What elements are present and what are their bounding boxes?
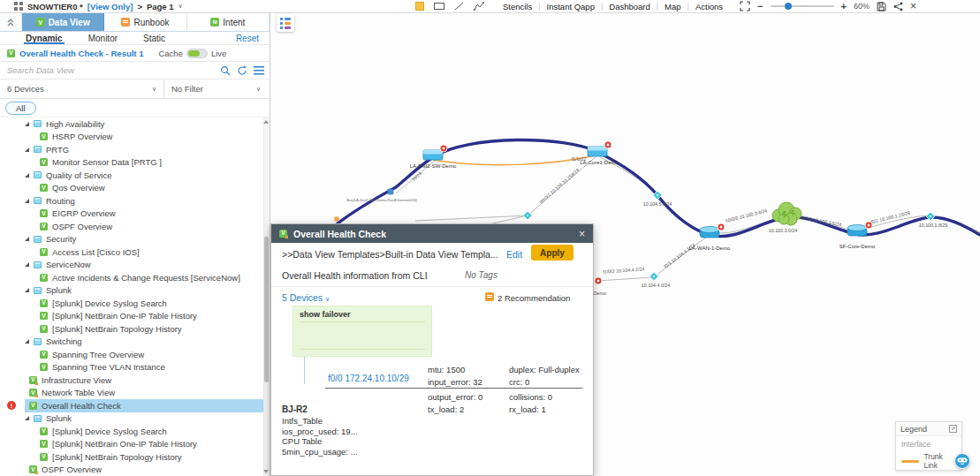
menu-item-actions[interactable]: Actions xyxy=(689,2,729,11)
tree-item[interactable]: VHSRP Overview xyxy=(0,131,270,144)
zoom-in-button[interactable]: + xyxy=(841,2,847,11)
refresh-icon[interactable] xyxy=(237,65,247,76)
cache-live-toggle[interactable] xyxy=(186,49,208,58)
tree-item[interactable]: VSpanning Tree VLAN Instance xyxy=(0,361,270,374)
subtab-monitor[interactable]: Monitor xyxy=(88,32,118,44)
scroll-up-icon[interactable] xyxy=(263,120,269,124)
recommendation-label[interactable]: 2 Recommendation xyxy=(498,293,570,303)
note-icon[interactable] xyxy=(415,2,424,11)
tree-item[interactable]: VAccess List [Cisco IOS] xyxy=(0,246,270,259)
node-trunk-marker[interactable] xyxy=(335,217,339,222)
scroll-down-icon[interactable] xyxy=(263,470,269,473)
dataview-manager-icon[interactable] xyxy=(277,14,294,32)
all-filter-pill[interactable]: All xyxy=(5,102,36,115)
edit-link[interactable]: Edit xyxy=(506,249,522,260)
interface-link[interactable]: f0/0 172.24.10.10/29 xyxy=(328,374,409,383)
node-cloud-10-100-3[interactable]: 10.100.3.0/24 xyxy=(769,202,801,233)
tree-item[interactable]: V[Splunk] NetBrain Topology History xyxy=(0,450,270,464)
tree-item[interactable]: VSpanning Tree Overview xyxy=(0,348,270,361)
collapse-panel-button[interactable] xyxy=(0,13,22,31)
alert-badge-icon[interactable] xyxy=(718,223,725,230)
tab-data-view[interactable]: V Data View xyxy=(22,13,104,31)
node-subnet-hidden[interactable] xyxy=(523,211,532,220)
active-result-label[interactable]: Overall Health Check - Result 1 xyxy=(19,49,143,58)
zoom-slider[interactable] xyxy=(771,5,834,7)
sidebar-scrollbar[interactable] xyxy=(263,117,270,476)
devices-expander[interactable]: 5 Devices ∨ xyxy=(282,292,330,303)
tree-item[interactable]: V[Splunk] NetBrain One-IP Table History xyxy=(0,438,270,451)
save-icon[interactable] xyxy=(877,2,886,11)
tree-item[interactable]: Splunk xyxy=(0,412,270,426)
expand-arrow-icon[interactable] xyxy=(25,416,29,420)
expand-arrow-icon[interactable] xyxy=(25,262,29,267)
menu-icon[interactable] xyxy=(254,66,264,75)
polyline-icon[interactable] xyxy=(474,2,484,11)
tree-item[interactable]: Switching xyxy=(0,336,270,349)
tree-item[interactable]: V[Splunk] NetBrain One-IP Table History xyxy=(0,310,270,323)
reset-link[interactable]: Reset xyxy=(236,34,259,43)
menu-item-instant-qapp[interactable]: Instant Qapp xyxy=(541,2,601,11)
tree-item[interactable]: Security xyxy=(0,233,270,246)
devices-dropdown[interactable]: 6 Devices ∨ xyxy=(0,79,164,98)
search-input[interactable] xyxy=(7,65,214,75)
tree-item[interactable]: VInfrastructure View xyxy=(0,374,270,387)
alert-badge-icon[interactable] xyxy=(865,222,872,229)
subtab-dynamic[interactable]: Dynamic xyxy=(26,32,63,44)
rectangle-icon[interactable] xyxy=(434,2,444,11)
expand-arrow-icon[interactable] xyxy=(25,199,29,203)
tree-item[interactable]: VEIGRP Overview xyxy=(0,208,270,221)
menu-item-map[interactable]: Map xyxy=(658,2,687,11)
share-icon[interactable] xyxy=(893,2,903,11)
tree-item[interactable]: Splunk xyxy=(0,284,270,298)
tree-item[interactable]: VMonitor Sensor Data [PRTG ] xyxy=(0,156,270,170)
chat-button[interactable] xyxy=(954,453,970,469)
page-selector[interactable]: Page 1 xyxy=(147,2,174,11)
tree-item[interactable]: Quality of Service xyxy=(0,169,270,182)
alert-badge-icon[interactable] xyxy=(440,145,447,152)
tab-intent[interactable]: NI Intent xyxy=(187,13,270,31)
menu-item-stencils[interactable]: Stencils xyxy=(497,2,538,11)
tree-item[interactable]: !VOverall Health Check xyxy=(0,399,270,412)
line-icon[interactable] xyxy=(454,2,464,11)
dialog-header[interactable]: V Overall Health Check × xyxy=(271,224,593,243)
menu-item-dashboard[interactable]: Dashboard xyxy=(603,2,656,11)
tree-item[interactable]: V[Splunk] Device Syslog Search xyxy=(0,425,270,438)
zoom-out-button[interactable]: − xyxy=(757,2,763,11)
tree-item[interactable]: V[Splunk] NetBrain Topology History xyxy=(0,322,270,336)
close-map-icon[interactable]: × xyxy=(910,0,916,12)
search-icon[interactable] xyxy=(220,65,231,76)
tree-item[interactable]: VOSPF Overview xyxy=(0,464,270,476)
recommendation-icon[interactable] xyxy=(485,292,494,301)
expand-arrow-icon[interactable] xyxy=(25,237,29,241)
tree-item[interactable]: ServiceNow xyxy=(0,259,270,272)
alert-badge-icon[interactable] xyxy=(604,141,612,148)
apply-button[interactable]: Apply xyxy=(531,245,574,261)
filter-dropdown[interactable]: No Filter ∨ xyxy=(164,79,270,98)
fit-screen-icon[interactable] xyxy=(740,1,750,11)
tree-item[interactable]: VQos Overview xyxy=(0,182,270,195)
tab-runbook[interactable]: Runbook xyxy=(104,13,186,31)
expand-arrow-icon[interactable] xyxy=(25,339,29,344)
tree-item[interactable]: VActive Incidents & Change Requests [Ser… xyxy=(0,271,270,284)
node-subnet-10-104-4[interactable]: 10.104.4.0/24 xyxy=(642,272,670,288)
scrollbar-thumb[interactable] xyxy=(264,237,269,382)
zoom-slider-knob[interactable] xyxy=(785,3,792,10)
tree-item[interactable]: High Availability xyxy=(0,117,270,131)
device-name[interactable]: BJ-R2 xyxy=(282,404,308,414)
tree-item[interactable]: PRTG xyxy=(0,143,270,156)
tree-item[interactable]: Routing xyxy=(0,194,270,208)
expand-arrow-icon[interactable] xyxy=(25,122,29,126)
node-la-core1-demo[interactable]: LA-Core1-Demo xyxy=(580,141,619,165)
expand-arrow-icon[interactable] xyxy=(25,288,29,292)
grid-icon[interactable] xyxy=(14,2,23,11)
expand-arrow-icon[interactable] xyxy=(25,147,29,152)
close-icon[interactable]: × xyxy=(579,229,585,239)
tree-item[interactable]: VNetwork Table View xyxy=(0,387,270,400)
page-caret-icon[interactable]: ∨ xyxy=(179,3,183,10)
subtab-static[interactable]: Static xyxy=(143,32,165,44)
tree-item[interactable]: VOSPF Overview xyxy=(0,220,270,233)
alert-badge-icon[interactable] xyxy=(595,277,602,284)
tree-item[interactable]: V[Splunk] Device Syslog Search xyxy=(0,297,270,310)
expand-arrow-icon[interactable] xyxy=(25,173,29,178)
node-subnet-10-104-5[interactable]: 10.104.5.0/24 xyxy=(643,191,672,207)
